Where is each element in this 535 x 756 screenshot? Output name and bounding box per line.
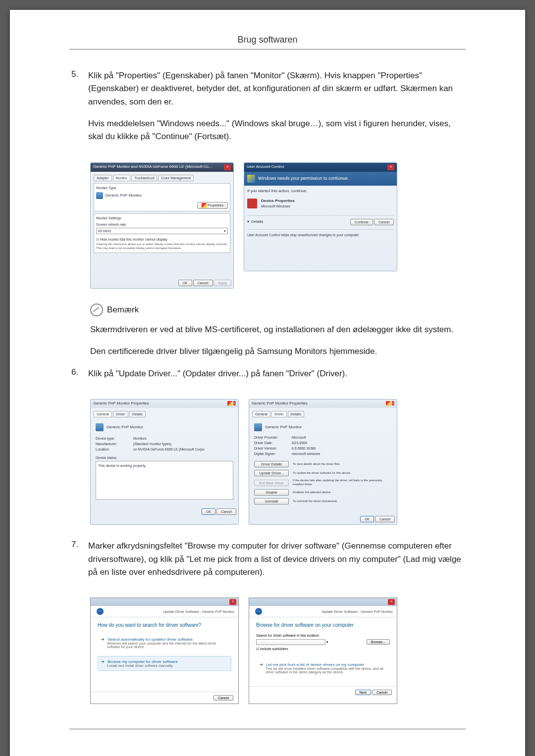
back-icon[interactable]: ← [97, 608, 104, 615]
tab-details[interactable]: Details [288, 411, 304, 417]
tab-monitor[interactable]: Monitor [113, 175, 130, 181]
monitor-name-label: Generic PnP Monitor [107, 425, 143, 430]
page-title: Brug softwaren [69, 35, 466, 45]
date-label: Driver Date: [254, 441, 289, 445]
step-body: Klik på "Properties" (Egenskaber) på fan… [88, 69, 466, 152]
wizard-titlebar: × [249, 598, 397, 606]
cancel-button[interactable]: Cancel [372, 690, 392, 695]
location-label: Location: [96, 447, 130, 452]
shield-icon [247, 175, 255, 183]
driver-details-button[interactable]: Driver Details [254, 461, 289, 467]
note-icon [90, 303, 103, 316]
back-icon[interactable]: ← [255, 608, 262, 615]
monitor-settings-label: Monitor Settings [96, 216, 228, 220]
properties-button[interactable]: Properties [197, 202, 228, 209]
tab-general[interactable]: General [94, 411, 112, 417]
option-browse-computer[interactable]: ➔ Browse my computer for driver software… [98, 656, 231, 671]
search-location-label: Search for driver software in this locat… [256, 634, 390, 637]
continue-button[interactable]: Continue [350, 219, 373, 225]
tab-general[interactable]: General [252, 411, 270, 417]
step-body: Klik på "Update Driver..." (Opdater driv… [88, 367, 466, 389]
manufacturer-label: Manufacturer: [96, 442, 130, 446]
uac-titlebar: User Account Control × [244, 163, 397, 172]
note-block: Bemærk Skærmdriveren er ved at blive MS-… [90, 303, 466, 358]
disable-button[interactable]: Disable [254, 489, 289, 496]
rollback-driver-button[interactable]: Roll Back Driver [254, 480, 289, 486]
monitor-properties-dialog: Generic PnP Monitor and NVIDIA GeForce 6… [90, 162, 234, 289]
hide-modes-checkbox[interactable]: ☑ Hide modes that this monitor cannot di… [96, 237, 228, 242]
monitor-icon [96, 192, 103, 199]
arrow-icon: ➔ [101, 659, 105, 664]
cancel-button[interactable]: Cancel [374, 219, 394, 225]
uac-if-started: If you started this action, continue. [247, 189, 394, 194]
step-5: 5. Klik på "Properties" (Egenskaber) på … [69, 69, 466, 152]
details-expand[interactable]: ▾ Details [247, 219, 263, 224]
uac-dialog: User Account Control × Windows needs you… [244, 162, 397, 271]
step-7: 7. Marker afkrydsningsfeltet "Browse my … [69, 540, 466, 588]
tab-color-mgmt[interactable]: Color Management [158, 175, 194, 181]
tab-details[interactable]: Details [129, 411, 146, 417]
step-number: 6. [69, 367, 88, 389]
wizard-heading: How do you want to search for driver sof… [98, 622, 231, 628]
step-body: Marker afkrydsningsfeltet "Browse my com… [88, 540, 466, 588]
next-button[interactable]: Next [355, 690, 371, 695]
tab-troubleshoot[interactable]: Troubleshoot [131, 175, 158, 181]
cancel-button[interactable]: Cancel [193, 280, 213, 286]
note-title: Bemærk [107, 305, 139, 315]
include-subfolders-checkbox[interactable]: ☑ Include subfolders [256, 647, 390, 651]
uac-title-text: User Account Control [247, 164, 284, 170]
step-number: 5. [69, 69, 88, 152]
version-label: Driver Version: [254, 446, 289, 451]
ms-windows-label: Microsoft Windows [261, 204, 295, 208]
location-input[interactable] [256, 639, 325, 645]
browse-button[interactable]: Browse... [367, 639, 390, 645]
monitor-type-label: Monitor Type [96, 186, 228, 190]
screenshot-row-2: Generic PnP Monitor Properties × General… [90, 399, 466, 525]
tab-adapter[interactable]: Adapter [94, 175, 112, 181]
monitor-name-label: Generic PnP Monitor [265, 425, 302, 430]
wizard-footer: Next Cancel [249, 686, 397, 698]
wizard-body: Browse for driver software on your compu… [249, 617, 397, 686]
refresh-rate-select[interactable]: 60 Hertz▾ [96, 228, 228, 234]
apply-button[interactable]: Apply [214, 280, 231, 286]
uac-body: If you started this action, continue. De… [244, 186, 397, 241]
hide-modes-desc: Clearing this check box allows you to se… [96, 243, 228, 251]
dialog-title-text: Generic PnP Monitor and NVIDIA GeForce 6… [93, 164, 212, 170]
footer-rule [69, 729, 466, 729]
uac-banner-text: Windows needs your permission to contion… [258, 176, 349, 182]
dialog-footer: OK Cancel Apply [91, 278, 233, 288]
header-rule [69, 49, 466, 50]
update-driver-wizard-1: × ← Update Driver Software - Generic PnP… [90, 598, 239, 704]
dialog-titlebar: Generic PnP Monitor Properties × [91, 400, 238, 408]
cancel-button[interactable]: Cancel [375, 516, 395, 522]
ok-button[interactable]: OK [360, 516, 374, 522]
props-general-dialog: Generic PnP Monitor Properties × General… [90, 399, 239, 525]
step-number: 7. [69, 540, 88, 588]
close-icon[interactable]: × [224, 164, 231, 170]
cancel-button[interactable]: Cancel [216, 508, 236, 515]
option-pick-from-list[interactable]: ➔ Let me pick from a list of device driv… [256, 659, 390, 677]
close-icon[interactable]: × [387, 164, 394, 170]
update-driver-button[interactable]: Update Driver... [254, 470, 289, 476]
uninstall-button[interactable]: Uninstall [254, 498, 289, 504]
dialog-title-text: Generic PnP Monitor Properties [252, 401, 308, 406]
tab-driver[interactable]: Driver [271, 411, 287, 417]
update-driver-wizard-2: × ← Update Driver Software - Generic PnP… [249, 598, 397, 704]
option-search-auto[interactable]: ➔ Search automatically for updated drive… [98, 634, 231, 652]
dialog-title-text: Generic PnP Monitor Properties [93, 401, 149, 406]
dialog-titlebar: Generic PnP Monitor and NVIDIA GeForce 6… [91, 163, 233, 172]
tab-driver[interactable]: Driver [113, 411, 128, 417]
dialog-footer: OK Cancel [249, 514, 397, 524]
location-value: on NVIDIA GeForce 6600 LE (Microsoft Cor… [133, 447, 205, 452]
close-icon[interactable]: × [233, 401, 236, 405]
close-icon[interactable]: × [392, 401, 394, 405]
ok-button[interactable]: OK [202, 508, 215, 515]
step6-paragraph-1: Klik på "Update Driver..." (Opdater driv… [88, 367, 466, 380]
uac-footer-text: User Account Control helps stop unauthor… [247, 229, 394, 237]
close-icon[interactable]: × [388, 599, 395, 605]
breadcrumb: Update Driver Software - Generic PnP Mon… [163, 610, 234, 613]
ok-button[interactable]: OK [178, 280, 192, 286]
monitor-type-section: Monitor Type Generic PnP Monitor Propert… [94, 183, 230, 211]
close-icon[interactable]: × [229, 599, 236, 605]
cancel-button[interactable]: Cancel [214, 695, 233, 701]
